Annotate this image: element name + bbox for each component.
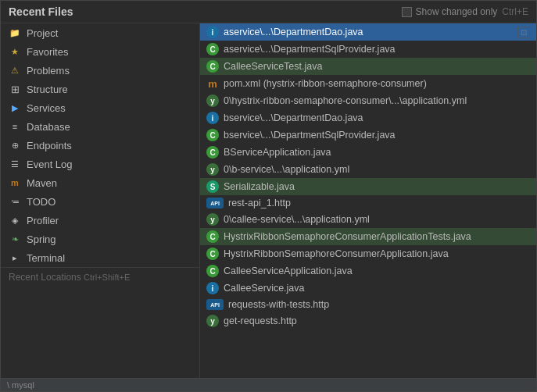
sidebar-item-label: TODO — [27, 196, 55, 208]
sidebar-item-maven[interactable]: m Maven — [1, 173, 199, 192]
sidebar-item-structure[interactable]: ⊞ Structure — [1, 80, 199, 98]
file-type-icon: API — [206, 198, 224, 208]
sidebar-item-services[interactable]: ▶ Services — [1, 98, 199, 117]
file-item[interactable]: S Serializable.java — [200, 178, 536, 195]
file-name: bservice\...\DepartmentDao.java — [224, 112, 363, 123]
file-item[interactable]: C aservice\...\DepartmentSqlProvider.jav… — [200, 41, 536, 58]
status-bar: \ mysql — [1, 378, 536, 391]
file-name: CalleeServiceTest.java — [224, 61, 322, 72]
file-type-icon: y — [206, 315, 219, 327]
file-name: 0\callee-service\...\application.yml — [224, 214, 370, 225]
file-item[interactable]: y get-requests.http — [200, 312, 536, 330]
sidebar-item-label: Database — [27, 121, 70, 133]
file-item[interactable]: C HystrixRibbonSemaphoreConsumerApplicat… — [200, 245, 536, 262]
file-name: bservice\...\DepartmentSqlProvider.java — [224, 130, 396, 141]
profiler-icon: ◈ — [9, 214, 21, 226]
file-type-icon: i — [206, 26, 219, 38]
sidebar: 📁 Project ★ Favorites ⚠ Problems ⊞ Struc… — [1, 23, 200, 378]
show-changed-shortcut: Ctrl+E — [502, 6, 528, 17]
file-name: HystrixRibbonSemaphoreConsumerApplicatio… — [224, 231, 471, 242]
star-icon: ★ — [9, 45, 21, 58]
file-type-icon: C — [206, 230, 219, 243]
file-type-icon: C — [206, 265, 219, 277]
file-name: BServiceApplication.java — [224, 147, 331, 158]
file-type-icon: API — [206, 299, 224, 310]
sidebar-item-label: Problems — [27, 65, 70, 77]
file-type-icon: i — [206, 112, 219, 124]
file-item[interactable]: C bservice\...\DepartmentSqlProvider.jav… — [200, 127, 536, 144]
sidebar-item-problems[interactable]: ⚠ Problems — [1, 61, 199, 80]
show-changed-checkbox[interactable] — [402, 7, 412, 17]
sidebar-item-label: Event Log — [27, 159, 73, 170]
show-changed-only-toggle[interactable]: Show changed only — [402, 6, 498, 17]
file-type-icon: y — [206, 213, 219, 226]
sidebar-item-todo[interactable]: ≔ TODO — [1, 192, 199, 211]
dialog-header: Recent Files Show changed only Ctrl+E — [1, 1, 536, 23]
sidebar-item-spring[interactable]: ❧ Spring — [1, 230, 199, 248]
file-name: CalleeServiceApplication.java — [224, 265, 353, 276]
file-type-icon: y — [206, 94, 219, 107]
file-name: HystrixRibbonSemaphoreConsumerApplicatio… — [224, 248, 449, 259]
file-name: CalleeService.java — [224, 283, 305, 294]
sidebar-item-terminal[interactable]: ▸ Terminal — [1, 248, 199, 267]
file-item[interactable]: i aservice\...\DepartmentDao.java ⊡ — [200, 23, 536, 41]
sidebar-item-favorites[interactable]: ★ Favorites — [1, 42, 199, 61]
recent-locations-shortcut: Ctrl+Shift+E — [84, 273, 130, 282]
sidebar-item-profiler[interactable]: ◈ Profiler — [1, 211, 199, 230]
sidebar-item-label: Profiler — [27, 215, 59, 226]
file-item[interactable]: API rest-api_1.http — [200, 195, 536, 211]
file-item[interactable]: C CalleeServiceTest.java — [200, 58, 536, 75]
folder-icon: 📁 — [9, 27, 21, 39]
file-item[interactable]: C CalleeServiceApplication.java — [200, 262, 536, 280]
todo-icon: ≔ — [9, 195, 21, 208]
eventlog-icon: ☰ — [9, 158, 21, 170]
file-name: Serializable.java — [224, 181, 295, 192]
file-item[interactable]: i bservice\...\DepartmentDao.java — [200, 109, 536, 127]
sidebar-item-label: Structure — [27, 84, 68, 95]
file-item[interactable]: C HystrixRibbonSemaphoreConsumerApplicat… — [200, 228, 536, 245]
terminal-icon: ▸ — [9, 251, 21, 264]
file-type-icon: S — [206, 180, 219, 193]
file-name: 0\b-service\...\application.yml — [224, 164, 349, 175]
file-type-icon: C — [206, 248, 219, 260]
file-type-icon: y — [206, 163, 219, 176]
dialog-title: Recent Files — [9, 5, 73, 18]
sidebar-item-label: Terminal — [27, 252, 65, 264]
file-type-icon: C — [206, 60, 219, 73]
file-item[interactable]: y 0\b-service\...\application.yml — [200, 161, 536, 178]
sidebar-item-endpoints[interactable]: ⊕ Endpoints — [1, 136, 199, 155]
sidebar-item-database[interactable]: ≡ Database — [1, 117, 199, 136]
file-item[interactable]: API requests-with-tests.http — [200, 297, 536, 312]
endpoints-icon: ⊕ — [9, 139, 21, 151]
file-type-icon: C — [206, 146, 219, 159]
file-name: aservice\...\DepartmentDao.java — [224, 27, 363, 37]
file-name: get-requests.http — [224, 315, 297, 326]
spring-icon: ❧ — [9, 233, 21, 245]
file-type-icon: C — [206, 43, 219, 55]
header-controls: Show changed only Ctrl+E — [402, 6, 528, 17]
file-type-icon: m — [206, 77, 219, 90]
sidebar-item-eventlog[interactable]: ☰ Event Log — [1, 155, 199, 173]
file-name: pom.xml (hystrix-ribbon-semaphore-consum… — [224, 78, 427, 89]
file-item[interactable]: C BServiceApplication.java — [200, 144, 536, 161]
file-item[interactable]: m pom.xml (hystrix-ribbon-semaphore-cons… — [200, 75, 536, 92]
recent-locations-label: Recent Locations — [9, 272, 81, 283]
file-list: i aservice\...\DepartmentDao.java ⊡ C as… — [200, 23, 536, 378]
recent-locations-footer[interactable]: Recent Locations Ctrl+Shift+E — [1, 267, 199, 287]
file-type-icon: i — [206, 282, 219, 294]
sidebar-item-project[interactable]: 📁 Project — [1, 23, 199, 42]
sidebar-item-label: Endpoints — [27, 140, 72, 151]
file-item[interactable]: i CalleeService.java — [200, 280, 536, 297]
file-item[interactable]: y 0\callee-service\...\application.yml — [200, 211, 536, 228]
main-content: 📁 Project ★ Favorites ⚠ Problems ⊞ Struc… — [1, 23, 536, 378]
sidebar-item-label: Maven — [27, 177, 57, 189]
services-icon: ▶ — [9, 102, 21, 114]
sidebar-item-label: Services — [27, 102, 66, 114]
show-changed-label: Show changed only — [416, 6, 498, 17]
file-item[interactable]: y 0\hystrix-ribbon-semaphore-consumer\..… — [200, 92, 536, 109]
structure-icon: ⊞ — [9, 83, 21, 95]
recent-files-dialog: Recent Files Show changed only Ctrl+E 📁 … — [0, 0, 537, 392]
file-name: requests-with-tests.http — [228, 299, 329, 310]
file-name: rest-api_1.http — [228, 198, 291, 208]
sidebar-item-label: Spring — [27, 233, 56, 245]
